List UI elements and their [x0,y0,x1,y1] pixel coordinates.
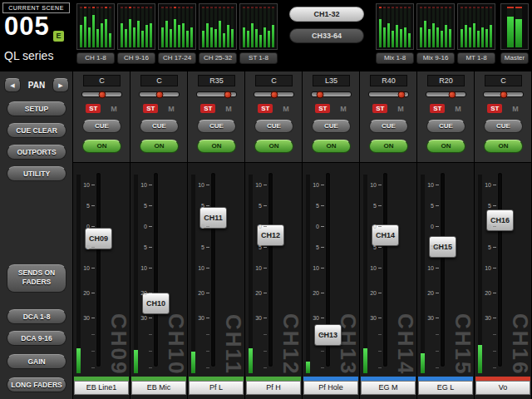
utility-button[interactable]: UTILITY [7,166,66,181]
layer-button-ch33-64[interactable]: CH33-64 [289,28,364,43]
pan-slider[interactable] [196,91,237,97]
mono-assign-label[interactable]: M [512,105,519,113]
sends-on-faders-button[interactable]: SENDS ON FADERS [7,264,66,293]
pan-value[interactable]: L35 [313,75,350,86]
cue-button[interactable]: CUE [312,120,351,133]
channel-strip-ch15: R20 STM CUE ON CH15 CH15 10505102030 EG … [417,71,475,399]
channel-name[interactable]: Pf Hole [303,381,358,395]
pan-slider[interactable] [139,91,180,97]
cue-button[interactable]: CUE [426,120,466,133]
setup-button[interactable]: SETUP [7,101,66,116]
stereo-assign-badge[interactable]: ST [430,104,445,113]
meter-tab-st1-8[interactable]: ST 1-8 [239,52,278,64]
pan-knob[interactable] [317,91,324,98]
channel-strip-ch10: C STM CUE ON CH10 CH10 10505102030 EB Mi… [131,71,188,399]
mono-assign-label[interactable]: M [283,105,289,113]
stereo-assign-badge[interactable]: ST [143,104,158,113]
mono-assign-label[interactable]: M [168,105,175,113]
meter-tab-mix9-16[interactable]: Mix 9-16 [416,52,455,64]
meter-block-master [500,3,529,50]
pan-knob[interactable] [155,91,163,98]
pan-slider[interactable] [81,91,122,97]
pan-knob[interactable] [270,91,278,98]
channel-meter [478,345,482,373]
top-bar: CURRENT SCENE 005 E QL series CH 1-8 CH … [0,0,532,71]
stereo-assign-badge[interactable]: ST [372,104,387,113]
channel-strip-ch13: L35 STM CUE ON CH13 CH13 10505102030 Pf … [303,71,360,399]
stereo-assign-badge[interactable]: ST [487,104,502,113]
scene-number[interactable]: 005 [4,12,50,42]
channel-name[interactable]: Pf L [189,381,244,395]
pan-value[interactable]: C [83,75,121,86]
channel-meter [191,352,195,373]
outports-button[interactable]: OUTPORTS [7,145,66,160]
meter-tab-ch25-32[interactable]: CH 25-32 [199,52,237,64]
on-button[interactable]: ON [82,140,121,153]
pan-slider[interactable] [368,91,409,97]
channel-name[interactable]: Pf H [246,381,301,395]
pan-value[interactable]: R35 [198,75,235,86]
cue-button[interactable]: CUE [140,120,179,133]
pan-knob[interactable] [449,91,456,98]
channel-name[interactable]: EG L [418,381,473,395]
pan-knob[interactable] [224,91,231,98]
channel-name[interactable]: EG M [361,381,416,395]
meter-tab-mt1-8[interactable]: MT 1-8 [457,52,495,64]
meter-tab-ch9-16[interactable]: CH 9-16 [117,52,155,64]
channel-name[interactable]: Vo [475,381,530,395]
long-faders-button[interactable]: LONG FADERS [7,377,66,392]
cue-button[interactable]: CUE [484,120,523,133]
on-button[interactable]: ON [484,140,523,153]
pan-value[interactable]: C [140,75,178,86]
pan-knob[interactable] [98,91,106,98]
on-button[interactable]: ON [140,140,179,153]
meter-tab-ch1-8[interactable]: CH 1-8 [76,52,115,64]
fader-knob[interactable]: CH13 [314,324,342,346]
meter-block-ch1-8 [76,3,115,50]
meter-block-ch17-24 [158,3,196,50]
meter-tab-mix1-8[interactable]: Mix 1-8 [376,52,414,64]
cue-button[interactable]: CUE [82,120,121,133]
stereo-assign-badge[interactable]: ST [86,104,101,113]
channel-name[interactable]: EB Line1 [74,381,129,395]
on-button[interactable]: ON [369,140,408,153]
pan-slider[interactable] [311,91,352,97]
channel-name[interactable]: EB Mic [131,381,186,395]
stereo-assign-badge[interactable]: ST [200,104,215,113]
on-button[interactable]: ON [254,140,293,153]
meter-tab-ch17-24[interactable]: CH 17-24 [158,52,196,64]
dca-9-16-button[interactable]: DCA 9-16 [7,331,66,346]
meter-block-mt1-8 [457,3,495,50]
layer-button-ch1-32[interactable]: CH1-32 [289,7,364,22]
pan-value[interactable]: C [485,75,522,86]
pan-value[interactable]: R40 [370,75,407,86]
fader-area: CH10 CH10 10505102030 [131,163,187,377]
mono-assign-label[interactable]: M [455,105,461,113]
pan-knob[interactable] [397,91,405,98]
mono-assign-label[interactable]: M [397,105,404,113]
pan-slider[interactable] [426,91,466,97]
pan-slider[interactable] [254,91,294,97]
pan-value[interactable]: R20 [427,75,465,86]
channel-strip-ch14: R40 STM CUE ON CH14 CH14 10505102030 EG … [360,71,417,399]
on-button[interactable]: ON [312,140,351,153]
gain-button[interactable]: GAIN [7,354,66,369]
cue-button[interactable]: CUE [369,120,408,133]
on-button[interactable]: ON [426,140,466,153]
cue-button[interactable]: CUE [254,120,293,133]
cue-button[interactable]: CUE [197,120,236,133]
mono-assign-label[interactable]: M [225,105,232,113]
pan-slider[interactable] [483,91,524,97]
pan-next-button[interactable]: ▶ [52,78,69,92]
meter-tab-master[interactable]: Master [500,52,529,64]
dca-1-8-button[interactable]: DCA 1-8 [7,309,66,324]
stereo-assign-badge[interactable]: ST [258,104,273,113]
mono-assign-label[interactable]: M [111,105,117,113]
mono-assign-label[interactable]: M [340,105,347,113]
on-button[interactable]: ON [197,140,236,153]
pan-knob[interactable] [500,91,507,98]
fader-knob[interactable]: CH10 [142,293,170,314]
pan-value[interactable]: C [255,75,293,86]
stereo-assign-badge[interactable]: ST [315,104,330,113]
cue-clear-button[interactable]: CUE CLEAR [7,123,66,138]
